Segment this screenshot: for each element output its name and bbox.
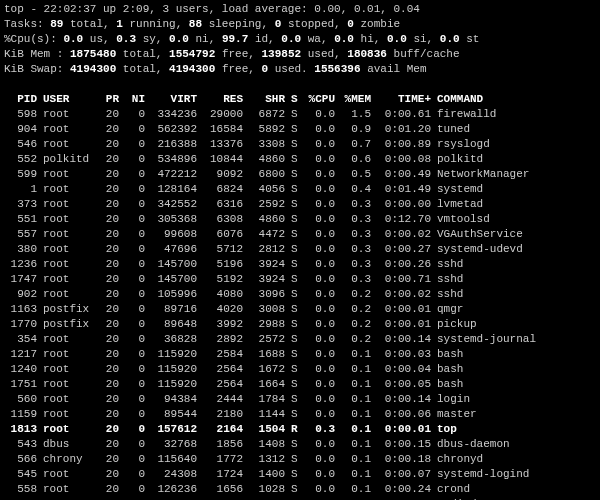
process-row: 552polkitd200534896108444860S0.00.60:00.… (4, 152, 596, 167)
label: total, (123, 63, 163, 75)
label: Tasks: (4, 18, 44, 30)
cell-user: root (40, 362, 96, 377)
cell-cpu: 0.0 (302, 392, 338, 407)
cell-s: S (288, 302, 302, 317)
col-shr[interactable]: SHR (246, 92, 288, 107)
cell-mem: 0.2 (338, 332, 374, 347)
cell-res: 5196 (200, 257, 246, 272)
col-res[interactable]: RES (200, 92, 246, 107)
label: hi, (361, 33, 381, 45)
cell-s: S (288, 107, 302, 122)
label: free, (222, 48, 255, 60)
cell-cmd: sshd (434, 272, 596, 287)
cell-shr: 2592 (246, 197, 288, 212)
cpu-hi: 0.0 (328, 33, 361, 45)
cell-cmd: login (434, 392, 596, 407)
cell-s: S (288, 137, 302, 152)
cell-pr: 20 (96, 122, 122, 137)
col-cpu[interactable]: %CPU (302, 92, 338, 107)
cell-cpu: 0.0 (302, 242, 338, 257)
cell-cmd: polkitd (434, 152, 596, 167)
cell-res: 6316 (200, 197, 246, 212)
cell-cpu: 0.0 (302, 272, 338, 287)
cell-cmd: systemd-journal (434, 332, 596, 347)
cell-virt: 562392 (148, 122, 200, 137)
cell-time: 0:12.70 (374, 212, 434, 227)
cell-res: 6308 (200, 212, 246, 227)
process-row: 902root20010599640803096S0.00.20:00.02ss… (4, 287, 596, 302)
cell-cmd: bash (434, 377, 596, 392)
cell-virt: 342552 (148, 197, 200, 212)
tasks-sleeping: 88 (182, 18, 208, 30)
col-time[interactable]: TIME+ (374, 92, 434, 107)
cell-shr: 1144 (246, 407, 288, 422)
cell-res: 2164 (200, 422, 246, 437)
cell-shr: 4860 (246, 212, 288, 227)
cell-user: root (40, 107, 96, 122)
cell-pr: 20 (96, 332, 122, 347)
cell-res: 1772 (200, 452, 246, 467)
cell-pr: 20 (96, 272, 122, 287)
cell-res: 10844 (200, 152, 246, 167)
cell-s: S (288, 377, 302, 392)
cell-pr: 20 (96, 422, 122, 437)
cell-ni: 0 (122, 392, 148, 407)
mem-buff: 180836 (341, 48, 394, 60)
cell-mem: 0.3 (338, 257, 374, 272)
col-pid[interactable]: PID (4, 92, 40, 107)
cell-res: 2564 (200, 362, 246, 377)
cell-user: root (40, 467, 96, 482)
cell-time: 0:00.15 (374, 437, 434, 452)
cell-virt: 89544 (148, 407, 200, 422)
col-pr[interactable]: PR (96, 92, 122, 107)
cell-user: postfix (40, 317, 96, 332)
col-ni[interactable]: NI (122, 92, 148, 107)
cell-ni: 0 (122, 452, 148, 467)
cell-pid: 902 (4, 287, 40, 302)
process-row: 1240root20011592025641672S0.00.10:00.04b… (4, 362, 596, 377)
cell-res: 16584 (200, 122, 246, 137)
cell-cpu: 0.0 (302, 467, 338, 482)
cell-user: dbus (40, 437, 96, 452)
cell-virt: 115920 (148, 362, 200, 377)
cell-ni: 0 (122, 182, 148, 197)
process-row: 1163postfix2008971640203008S0.00.20:00.0… (4, 302, 596, 317)
cell-shr: 1784 (246, 392, 288, 407)
cell-cmd: vmtoolsd (434, 212, 596, 227)
label: buff/cache (394, 48, 460, 60)
cell-s: S (288, 197, 302, 212)
col-mem[interactable]: %MEM (338, 92, 374, 107)
cell-virt: 157612 (148, 422, 200, 437)
cell-shr: 1028 (246, 482, 288, 497)
col-command[interactable]: COMMAND (434, 92, 596, 107)
label: si, (413, 33, 433, 45)
cell-res: 9092 (200, 167, 246, 182)
process-row: 599root20047221290926800S0.00.50:00.49Ne… (4, 167, 596, 182)
cell-cpu: 0.0 (302, 182, 338, 197)
cell-ni: 0 (122, 227, 148, 242)
cell-virt: 94384 (148, 392, 200, 407)
cell-pr: 20 (96, 347, 122, 362)
cell-mem: 0.2 (338, 302, 374, 317)
cell-pr: 20 (96, 242, 122, 257)
col-virt[interactable]: VIRT (148, 92, 200, 107)
label: us, (90, 33, 110, 45)
label: id, (255, 33, 275, 45)
cell-user: root (40, 257, 96, 272)
cell-time: 0:00.00 (374, 197, 434, 212)
label: up (96, 3, 122, 15)
load-avg: 0.00, 0.01, 0.04 (314, 3, 420, 15)
cell-time: 0:00.27 (374, 242, 434, 257)
cell-res: 2180 (200, 407, 246, 422)
col-user[interactable]: USER (40, 92, 96, 107)
cell-res: 5712 (200, 242, 246, 257)
cell-s: S (288, 287, 302, 302)
cell-shr: 1400 (246, 467, 288, 482)
cell-cpu: 0.0 (302, 437, 338, 452)
cell-time: 0:00.02 (374, 227, 434, 242)
label: KiB Swap: (4, 63, 63, 75)
cell-cmd: qmgr (434, 302, 596, 317)
tasks-line: Tasks: 89 total, 1 running, 88 sleeping,… (4, 17, 596, 32)
col-s[interactable]: S (288, 92, 302, 107)
column-header-row[interactable]: PID USER PR NI VIRT RES SHR S %CPU %MEM … (4, 92, 596, 107)
